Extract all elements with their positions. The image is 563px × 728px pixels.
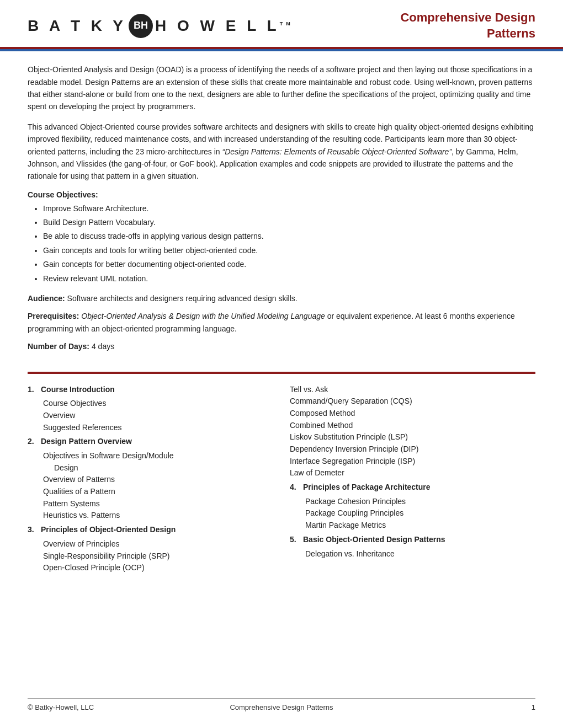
list-item: Gain concepts and tools for writing bett… bbox=[43, 244, 535, 256]
outline-item-4: 4.Principles of Package Architecture bbox=[290, 481, 535, 494]
outline-item-3: 3.Principles of Object-Oriented Design bbox=[28, 524, 273, 536]
outline-right-col: Tell vs. Ask Command/Query Separation (C… bbox=[284, 384, 535, 574]
trademark: TM bbox=[280, 20, 294, 26]
outline-sub-2: Objectives in Software Design/Module bbox=[28, 450, 273, 462]
list-item: Build Design Pattern Vocabulary. bbox=[43, 216, 535, 228]
outline-title-3: Principles of Object-Oriented Design bbox=[41, 525, 176, 534]
outline-sub-3: Single-Responsibility Principle (SRP) bbox=[28, 550, 273, 563]
outline-sub-4: Package Coupling Principles bbox=[290, 507, 535, 520]
logo-text-right: H O W E L LTM bbox=[155, 17, 294, 35]
list-item: Improve Software Architecture. bbox=[43, 202, 535, 215]
outline-sub-2: Heuristics vs. Patterns bbox=[28, 510, 273, 522]
objectives-list: Improve Software Architecture. Build Des… bbox=[43, 202, 535, 285]
logo-icon-letters: BH bbox=[134, 20, 148, 31]
outline-right-sub: Combined Method bbox=[290, 420, 535, 432]
audience-label: Audience: bbox=[28, 294, 65, 303]
logo-icon: BH bbox=[129, 14, 153, 38]
outline-sub-4: Martin Package Metrics bbox=[290, 520, 535, 532]
list-item: Be able to discuss trade-offs in applyin… bbox=[43, 230, 535, 242]
days-line: Number of Days: 4 days bbox=[28, 340, 535, 352]
outline-right-sub: Tell vs. Ask bbox=[290, 384, 535, 396]
outline-num-2: 2. bbox=[28, 436, 41, 448]
outline-num-5: 5. bbox=[290, 534, 303, 546]
outline-right-sub: Composed Method bbox=[290, 408, 535, 420]
outline-item-5: 5.Basic Object-Oriented Design Patterns bbox=[290, 534, 535, 546]
outline-num-1: 1. bbox=[28, 384, 41, 396]
outline-right-sub: Command/Query Separation (CQS) bbox=[290, 395, 535, 408]
prereq-line: Prerequisites: Object-Oriented Analysis … bbox=[28, 310, 535, 335]
footer-center: Comprehensive Design Patterns bbox=[230, 703, 333, 711]
prereq-italic: Object-Oriented Analysis & Design with t… bbox=[81, 312, 325, 320]
outline-right-sub: Interface Segregation Principle (ISP) bbox=[290, 456, 535, 468]
outline-section: 1.Course Introduction Course Objectives … bbox=[0, 374, 563, 574]
outline-title-5: Basic Object-Oriented Design Patterns bbox=[303, 535, 445, 544]
outline-sub-2: Qualities of a Pattern bbox=[28, 486, 273, 498]
page: B A T K Y BH H O W E L LTM Comprehensive… bbox=[0, 0, 563, 728]
outline-right-sub: Dependency Inversion Principle (DIP) bbox=[290, 443, 535, 456]
outline-left-col: 1.Course Introduction Course Objectives … bbox=[28, 384, 284, 574]
outline-sub-4: Package Cohesion Principles bbox=[290, 496, 535, 508]
days-value: 4 days bbox=[92, 342, 114, 351]
outline-item-2: 2.Design Pattern Overview bbox=[28, 436, 273, 448]
objectives-label: Course Objectives: bbox=[28, 190, 535, 199]
outline-item-1: 1.Course Introduction bbox=[28, 384, 273, 396]
prereq-label: Prerequisites: bbox=[28, 312, 79, 320]
outline-sub-1: Course Objectives bbox=[28, 398, 273, 410]
list-item: Review relevant UML notation. bbox=[43, 272, 535, 285]
footer-left: © Batky-Howell, LLC bbox=[28, 703, 94, 711]
audience-text: Software architects and designers requir… bbox=[67, 294, 298, 303]
outline-sub-2: Pattern Systems bbox=[28, 498, 273, 510]
footer: © Batky-Howell, LLC Comprehensive Design… bbox=[28, 698, 535, 711]
outline-num-4: 4. bbox=[290, 481, 303, 494]
outline-title-1: Course Introduction bbox=[41, 385, 115, 394]
intro-paragraph-2: This advanced Object-Oriented course pro… bbox=[28, 121, 535, 183]
header: B A T K Y BH H O W E L LTM Comprehensive… bbox=[0, 0, 563, 49]
logo: B A T K Y BH H O W E L LTM bbox=[28, 14, 294, 38]
outline-sub-indent-2: Design bbox=[28, 462, 273, 474]
outline-sub-1: Overview bbox=[28, 410, 273, 422]
outline-sub-3: Overview of Principles bbox=[28, 538, 273, 550]
outline-right-sub: Liskov Substitution Principle (LSP) bbox=[290, 431, 535, 443]
outline-sub-3: Open-Closed Principle (OCP) bbox=[28, 562, 273, 574]
intro-para2-italic: “Design Patterns: Elements of Reusable O… bbox=[222, 147, 452, 156]
header-title: Comprehensive Design Patterns bbox=[400, 10, 535, 41]
outline-sub-2: Overview of Patterns bbox=[28, 474, 273, 486]
list-item: Gain concepts for better documenting obj… bbox=[43, 258, 535, 270]
outline-title-4: Principles of Package Architecture bbox=[303, 483, 431, 491]
outline-right-sub: Law of Demeter bbox=[290, 467, 535, 479]
outline-title-2: Design Pattern Overview bbox=[41, 437, 132, 446]
outline-sub-5: Delegation vs. Inheritance bbox=[290, 548, 535, 560]
main-content: Object-Oriented Analysis and Design (OOA… bbox=[0, 51, 563, 363]
logo-text-left: B A T K Y bbox=[28, 17, 126, 35]
footer-page-number: 1 bbox=[532, 703, 535, 711]
audience-line: Audience: Software architects and design… bbox=[28, 292, 535, 304]
outline-num-3: 3. bbox=[28, 524, 41, 536]
intro-paragraph-1: Object-Oriented Analysis and Design (OOA… bbox=[28, 63, 535, 113]
outline-sub-1: Suggested References bbox=[28, 422, 273, 434]
days-label: Number of Days: bbox=[28, 342, 89, 351]
